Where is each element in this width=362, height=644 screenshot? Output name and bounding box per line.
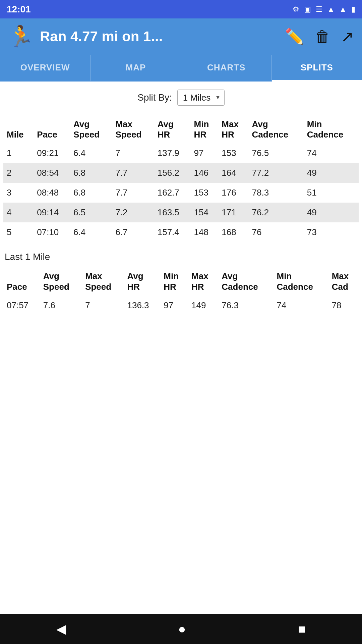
cell-minCadence: 51 [304,183,359,203]
cell-avgCadence: 76 [249,222,304,242]
cell-minHR: 148 [191,222,219,242]
col-min-hr: MinHR [191,116,219,143]
last-mile-header: Pace AvgSpeed MaxSpeed AvgHR MinHR MaxHR… [3,268,359,295]
menu-icon: ☰ [316,5,322,14]
square-icon: ▣ [304,5,311,14]
last-mile-label: Last 1 Mile [0,242,362,268]
last-mile-row: 07:577.67136.39714976.37478 [3,296,359,315]
splits-table: Mile Pace AvgSpeed MaxSpeed AvgHR MinHR … [0,116,362,242]
tabs: OVERVIEW MAP CHARTS SPLITS [0,55,362,82]
status-bar: 12:01 ⚙ ▣ ☰ ▲ ▲ ▮ [0,0,362,18]
cell-avgHR: 156.2 [154,163,191,183]
content: Split By: 1 Miles 2 Miles 5 Km 1 Km Mile… [0,82,362,614]
cell-minHR: 154 [191,203,219,222]
cell-mile: 2 [3,163,34,183]
col-avg-speed: AvgSpeed [70,116,112,143]
header-actions: ✏️ 🗑 ↗ [285,28,354,46]
cell-mile: 1 [3,143,34,163]
cell-minHR: 153 [191,183,219,203]
cell-minCadence: 49 [304,163,359,183]
cell-pace: 08:54 [34,163,70,183]
lm-cell-avgCadence: 76.3 [218,296,273,315]
delete-button[interactable]: 🗑 [315,28,330,46]
cell-mile: 3 [3,183,34,203]
cell-minHR: 146 [191,163,219,183]
lm-cell-maxSpeed: 7 [82,296,124,315]
cell-mile: 4 [3,203,34,222]
last-mile-table: Pace AvgSpeed MaxSpeed AvgHR MinHR MaxHR… [0,268,362,315]
cell-minCadence: 73 [304,222,359,242]
cell-minHR: 97 [191,143,219,163]
table-row: 507:106.46.7157.41481687673 [3,222,359,242]
lm-cell-minHR: 97 [160,296,188,315]
lm-col-max-cadence: MaxCad [328,268,359,295]
header: 🏃 Ran 4.77 mi on 1... ✏️ 🗑 ↗ [0,18,362,55]
split-by-select-wrapper[interactable]: 1 Miles 2 Miles 5 Km 1 Km [177,90,225,106]
cell-maxSpeed: 7.7 [112,183,154,203]
back-button[interactable]: ◀ [56,622,66,636]
lm-col-avg-speed: AvgSpeed [40,268,82,295]
share-button[interactable]: ↗ [341,28,354,46]
col-max-speed: MaxSpeed [112,116,154,143]
home-button[interactable]: ● [178,622,186,636]
lm-col-pace: Pace [3,268,40,295]
lm-col-min-cadence: MinCadence [273,268,328,295]
lm-cell-minCadence: 74 [273,296,328,315]
status-time: 12:01 [7,4,31,15]
tab-splits[interactable]: SPLITS [272,55,362,82]
battery-icon: ▮ [351,5,355,14]
table-row: 208:546.87.7156.214616477.249 [3,163,359,183]
cell-avgSpeed: 6.5 [70,203,112,222]
tab-charts[interactable]: CHARTS [181,55,272,82]
cell-maxHR: 171 [218,203,248,222]
recent-button[interactable]: ■ [298,622,306,636]
table-row: 409:146.57.2163.515417176.249 [3,203,359,222]
lm-col-max-hr: MaxHR [188,268,218,295]
cell-avgHR: 137.9 [154,143,191,163]
cell-maxSpeed: 6.7 [112,222,154,242]
cell-avgHR: 157.4 [154,222,191,242]
cell-avgSpeed: 6.4 [70,143,112,163]
cell-maxHR: 168 [218,222,248,242]
col-mile: Mile [3,116,34,143]
table-row: 308:486.87.7162.715317678.351 [3,183,359,203]
cell-pace: 07:10 [34,222,70,242]
cell-pace: 09:21 [34,143,70,163]
cell-pace: 09:14 [34,203,70,222]
cell-maxHR: 153 [218,143,248,163]
splits-table-header: Mile Pace AvgSpeed MaxSpeed AvgHR MinHR … [3,116,359,143]
runner-icon: 🏃 [8,24,34,49]
bottom-nav: ◀ ● ■ [0,614,362,644]
edit-button[interactable]: ✏️ [285,28,304,46]
cell-minCadence: 49 [304,203,359,222]
cell-avgSpeed: 6.4 [70,222,112,242]
lm-cell-maxHR: 149 [188,296,218,315]
cell-maxSpeed: 7.2 [112,203,154,222]
cell-maxHR: 164 [218,163,248,183]
lm-col-min-hr: MinHR [160,268,188,295]
cell-avgHR: 163.5 [154,203,191,222]
col-pace: Pace [34,116,70,143]
lm-cell-pace: 07:57 [3,296,40,315]
activity-title: Ran 4.77 mi on 1... [40,29,279,45]
status-icons: ⚙ ▣ ☰ ▲ ▲ ▮ [293,5,355,14]
cell-maxSpeed: 7 [112,143,154,163]
table-row: 109:216.47137.99715376.574 [3,143,359,163]
split-by-label: Split By: [137,92,172,103]
cell-avgCadence: 76.5 [249,143,304,163]
col-max-hr: MaxHR [218,116,248,143]
tab-overview[interactable]: OVERVIEW [0,55,90,82]
tab-map[interactable]: MAP [90,55,181,82]
lm-cell-maxCadence: 78 [328,296,359,315]
cell-avgCadence: 77.2 [249,163,304,183]
split-by-row: Split By: 1 Miles 2 Miles 5 Km 1 Km [0,90,362,106]
lm-col-avg-hr: AvgHR [124,268,160,295]
cell-minCadence: 74 [304,143,359,163]
lm-col-avg-cadence: AvgCadence [218,268,273,295]
col-avg-cadence: AvgCadence [249,116,304,143]
cell-mile: 5 [3,222,34,242]
col-min-cadence: MinCadence [304,116,359,143]
cell-maxSpeed: 7.7 [112,163,154,183]
split-by-select[interactable]: 1 Miles 2 Miles 5 Km 1 Km [177,90,225,106]
signal-icon: ▲ [339,5,347,14]
